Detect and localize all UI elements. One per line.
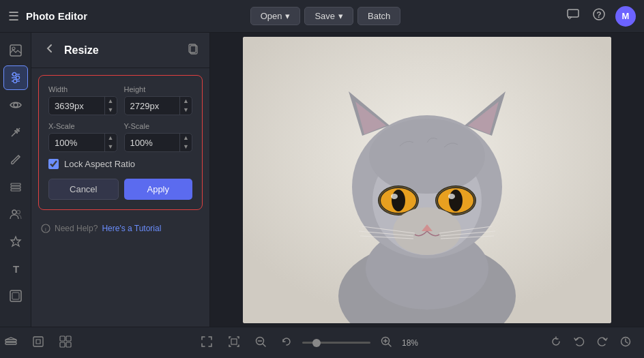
bottom-bar: 18% [0,327,644,358]
rotate-button[interactable] [276,333,297,353]
canvas-area [210,33,644,327]
help-button[interactable]: ? [589,5,609,27]
width-label: Width [48,85,117,93]
yscale-decrement[interactable]: ▼ [180,143,192,151]
svg-point-10 [13,80,16,83]
svg-rect-13 [11,186,20,188]
fit-button[interactable] [223,332,245,354]
sidebar-item-eye[interactable] [3,93,28,117]
yscale-label: Y-Scale [124,122,193,130]
xscale-spinners: ▲ ▼ [104,134,117,151]
menu-icon[interactable]: ☰ [8,9,19,24]
undo-button[interactable] [569,333,589,353]
svg-text:T: T [13,263,19,275]
svg-rect-20 [12,293,19,299]
width-increment[interactable]: ▲ [105,97,117,106]
svg-point-43 [448,194,455,199]
svg-point-8 [16,76,19,80]
svg-rect-60 [66,342,71,347]
grid-icon[interactable] [55,332,76,354]
width-decrement[interactable]: ▼ [105,106,117,115]
height-input-container: ▲ ▼ [124,96,193,115]
sidebar-item-frame[interactable] [3,284,28,308]
svg-rect-54 [5,340,16,342]
xscale-input[interactable] [49,134,104,151]
help-row: i Need Help? Here's a Tutorial [31,217,209,240]
back-button[interactable] [41,41,59,59]
svg-rect-12 [11,183,20,185]
cancel-button[interactable]: Cancel [48,179,119,200]
panel-title: Resize [64,44,182,57]
xscale-label: X-Scale [48,122,117,130]
main: T Resize [0,33,644,327]
tutorial-link[interactable]: Here's a Tutorial [102,224,161,233]
lock-aspect-label[interactable]: Lock Aspect Ratio [64,159,135,169]
svg-point-6 [12,73,16,76]
resize-form: Width ▲ ▼ Height ▲ [38,75,203,210]
sidebar-item-people[interactable] [3,202,28,226]
svg-marker-17 [11,237,20,246]
sidebar-item-brush[interactable] [3,147,28,172]
svg-rect-55 [5,342,16,344]
refresh-button[interactable] [546,333,566,353]
height-increment[interactable]: ▲ [180,97,192,106]
save-button[interactable]: Save ▾ [304,7,353,25]
svg-point-42 [391,194,398,199]
topbar: ☰ Photo Editor Open ▾ Save ▾ Batch ? M [0,0,644,33]
svg-point-4 [12,47,15,50]
width-input[interactable] [49,98,104,115]
svg-text:i: i [45,226,46,233]
zoom-in-button[interactable] [376,333,396,353]
help-text: Need Help? [55,224,98,233]
open-chevron-icon: ▾ [285,11,290,21]
width-spinners: ▲ ▼ [104,97,117,115]
height-decrement[interactable]: ▼ [180,106,192,115]
apply-button[interactable]: Apply [124,179,193,200]
redo-button[interactable] [592,333,613,353]
fullscreen-button[interactable] [196,332,218,354]
yscale-group: Y-Scale ▲ ▼ [124,122,193,152]
topbar-center: Open ▾ Save ▾ Batch [250,7,401,25]
yscale-input-container: ▲ ▼ [124,133,193,152]
zoom-out-button[interactable] [250,333,271,353]
info-icon: i [41,224,50,233]
svg-rect-0 [568,10,579,17]
topbar-right: ? M [564,5,636,27]
help-icon: ? [592,8,606,21]
transform-icon[interactable] [27,332,49,354]
height-spinners: ▲ ▼ [179,97,192,115]
comment-button[interactable] [564,5,583,27]
svg-rect-56 [33,337,43,346]
lock-aspect-checkbox[interactable] [48,159,59,169]
save-chevron-icon: ▾ [338,11,343,21]
panel: Resize Width ▲ ▼ [31,33,210,327]
cat-image [243,37,611,323]
sidebar-item-text[interactable]: T [3,256,28,281]
xscale-decrement[interactable]: ▼ [105,143,117,151]
height-input[interactable] [125,98,180,115]
height-group: Height ▲ ▼ [124,85,193,115]
sidebar-item-layers[interactable] [3,175,28,199]
layers-bottom-icon[interactable] [0,332,22,354]
history-button[interactable] [615,333,636,353]
sidebar-item-adjust[interactable] [3,65,28,90]
avatar[interactable]: M [615,6,636,27]
sidebar-item-magic[interactable] [3,120,28,145]
dimensions-row: Width ▲ ▼ Height ▲ [48,85,192,115]
svg-point-40 [392,190,405,211]
xscale-group: X-Scale ▲ ▼ [48,122,117,152]
sidebar-item-star[interactable] [3,229,28,254]
batch-button[interactable]: Batch [357,7,400,25]
svg-rect-19 [10,290,21,301]
action-buttons: Cancel Apply [48,179,192,200]
copy-icon[interactable] [188,43,200,58]
icon-bar: T [0,33,31,327]
sidebar-item-image[interactable] [3,38,28,63]
zoom-slider[interactable] [302,342,370,344]
yscale-increment[interactable]: ▲ [180,134,192,143]
xscale-increment[interactable]: ▲ [105,134,117,143]
yscale-input[interactable] [125,134,180,151]
yscale-spinners: ▲ ▼ [179,134,192,151]
open-button[interactable]: Open ▾ [250,7,301,25]
lock-aspect-row: Lock Aspect Ratio [48,159,192,169]
